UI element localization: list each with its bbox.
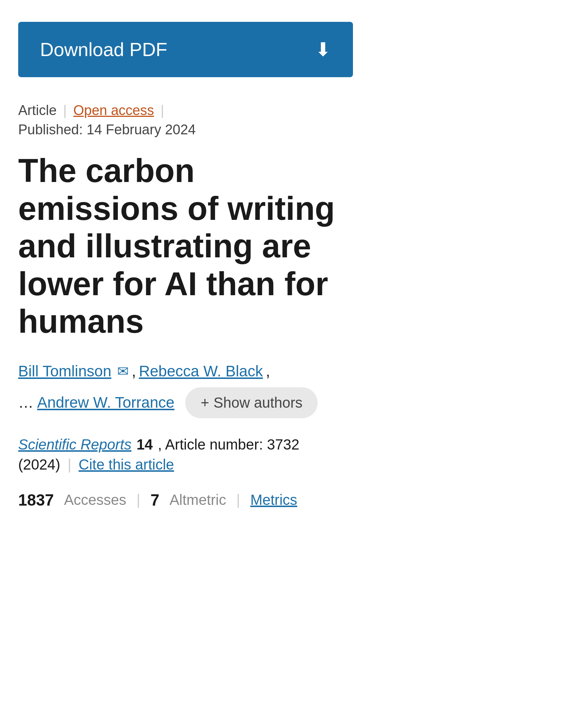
article-meta: Article | Open access | Published: 14 Fe… xyxy=(18,103,554,138)
comma-1: , xyxy=(132,363,136,380)
show-authors-label: Show authors xyxy=(214,395,303,411)
ellipsis-dots: … xyxy=(18,394,33,411)
separator-2: | xyxy=(160,103,164,118)
journal-volume: 14 xyxy=(136,436,153,453)
authors-section: Bill Tomlinson ✉ , Rebecca W. Black , … … xyxy=(18,363,554,418)
altmetric-label: Altmetric xyxy=(170,492,226,508)
download-icon: ⬇ xyxy=(315,39,331,60)
metrics-separator-2: | xyxy=(237,492,240,508)
published-date-value: 14 February 2024 xyxy=(87,122,196,137)
email-icon: ✉ xyxy=(117,363,129,379)
published-date: Published: 14 February 2024 xyxy=(18,122,554,138)
article-type-row: Article | Open access | xyxy=(18,103,554,118)
journal-line2: (2024) | Cite this article xyxy=(18,456,554,473)
journal-name-link[interactable]: Scientific Reports xyxy=(18,436,131,453)
download-pdf-button[interactable]: Download PDF ⬇ xyxy=(18,22,353,77)
pipe-separator: | xyxy=(68,456,71,473)
show-authors-button[interactable]: + Show authors xyxy=(185,387,318,418)
cite-article-link[interactable]: Cite this article xyxy=(79,456,174,473)
plus-icon: + xyxy=(200,395,209,411)
ellipsis-author: … Andrew W. Torrance xyxy=(18,394,174,411)
metrics-section: 1837 Accesses | 7 Altmetric | Metrics xyxy=(18,491,554,509)
open-access-link[interactable]: Open access xyxy=(73,103,154,118)
author-2-link[interactable]: Rebecca W. Black xyxy=(139,363,263,380)
download-pdf-label: Download PDF xyxy=(40,39,167,60)
comma-2: , xyxy=(266,363,270,380)
journal-article-info: , Article number: 3732 xyxy=(158,436,299,453)
authors-line2: … Andrew W. Torrance + Show authors xyxy=(18,387,554,418)
author-3-link[interactable]: Andrew W. Torrance xyxy=(37,394,174,411)
metrics-separator-1: | xyxy=(136,492,140,508)
published-label: Published: xyxy=(18,122,83,137)
journal-year: (2024) xyxy=(18,456,60,473)
journal-line1: Scientific Reports 14 , Article number: … xyxy=(18,436,554,453)
separator-1: | xyxy=(63,103,67,118)
authors-line1: Bill Tomlinson ✉ , Rebecca W. Black , xyxy=(18,363,554,380)
altmetric-count: 7 xyxy=(150,491,159,509)
metrics-link[interactable]: Metrics xyxy=(250,492,297,508)
article-type-label: Article xyxy=(18,103,57,118)
accesses-label: Accesses xyxy=(64,492,126,508)
page-wrapper: Download PDF ⬇ Article | Open access | P… xyxy=(0,0,572,728)
accesses-count: 1837 xyxy=(18,491,54,509)
article-title: The carbon emissions of writing and illu… xyxy=(18,152,353,341)
journal-section: Scientific Reports 14 , Article number: … xyxy=(18,436,554,473)
author-1-link[interactable]: Bill Tomlinson xyxy=(18,363,111,380)
